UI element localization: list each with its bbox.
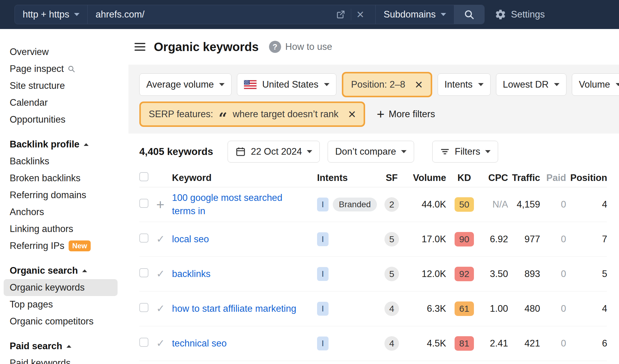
row-checkbox[interactable]: [139, 199, 148, 208]
filter-label: Volume: [579, 79, 610, 90]
toolbar: 4,405 keywords 22 Oct 2024 Don’t compare: [139, 141, 619, 163]
filter-volume[interactable]: Volume: [572, 73, 619, 96]
remove-filter-icon[interactable]: ×: [415, 78, 423, 91]
filter-serp-features-active[interactable]: SERP features: “ where target doesn’t ra…: [139, 101, 365, 127]
filter-intents[interactable]: Intents: [438, 73, 491, 96]
sidebar-section-backlink-profile[interactable]: Backlink profile: [0, 136, 128, 153]
filter-average-volume[interactable]: Average volume: [139, 73, 232, 96]
more-filters-button[interactable]: + More filters: [377, 108, 435, 121]
quote-icon: “: [219, 115, 227, 121]
row-checkbox[interactable]: [139, 338, 148, 347]
sidebar-item-opportunities[interactable]: Opportunities: [4, 111, 118, 128]
column-header-position[interactable]: Position: [566, 172, 607, 183]
sidebar-item-page-inspect[interactable]: Page inspect: [4, 60, 118, 77]
sidebar-item-calendar[interactable]: Calendar: [4, 94, 118, 111]
serp-features-count[interactable]: 4: [384, 301, 399, 316]
kd-badge: 92: [455, 267, 474, 281]
paid-value: 0: [540, 338, 566, 349]
filters-label: Filters: [455, 146, 480, 157]
sidebar-item-referring-ips[interactable]: Referring IPs New: [4, 237, 118, 254]
filter-lowest-dr[interactable]: Lowest DR: [496, 73, 567, 96]
column-header-kd[interactable]: KD: [446, 172, 482, 183]
external-link-icon[interactable]: [332, 10, 349, 19]
column-header-cpc[interactable]: CPC: [482, 172, 508, 183]
sidebar-item-organic-competitors[interactable]: Organic competitors: [4, 313, 118, 330]
remove-filter-icon[interactable]: ×: [348, 108, 356, 121]
check-icon: ✓: [156, 303, 165, 314]
chevron-down-icon: [554, 83, 559, 86]
column-header-traffic[interactable]: Traffic: [508, 172, 540, 183]
column-header-volume[interactable]: Volume: [404, 172, 446, 183]
serp-features-count[interactable]: 4: [384, 336, 399, 351]
filter-label: United States: [262, 79, 318, 90]
column-header-keyword[interactable]: Keyword: [172, 172, 305, 183]
serp-features-count[interactable]: 5: [384, 267, 399, 281]
serp-features-count[interactable]: 2: [384, 197, 399, 212]
url-input[interactable]: ahrefs.com/ ×: [88, 5, 375, 24]
page-title: Organic keywords: [154, 40, 259, 54]
how-to-use-link[interactable]: ? How to use: [269, 41, 332, 53]
sidebar-section-paid-search[interactable]: Paid search: [0, 338, 128, 355]
settings-label: Settings: [511, 9, 545, 20]
kd-badge: 61: [455, 301, 474, 316]
keyword-link[interactable]: backlinks: [172, 267, 214, 281]
divider: [351, 9, 351, 20]
position-value: 6: [566, 338, 607, 349]
sidebar-item-label: Linking authors: [10, 224, 73, 234]
title-row: Organic keywords ? How to use: [128, 29, 619, 65]
sidebar-item-paid-keywords[interactable]: Paid keywords: [4, 355, 118, 364]
row-checkbox[interactable]: [139, 268, 148, 277]
protocol-dropdown[interactable]: http + https: [15, 5, 88, 24]
sidebar-item-backlinks[interactable]: Backlinks: [4, 153, 118, 170]
column-header-intents[interactable]: Intents: [305, 172, 380, 183]
subdomains-dropdown[interactable]: Subdomains: [375, 5, 454, 24]
sidebar-item-linking-authors[interactable]: Linking authors: [4, 221, 118, 237]
clear-icon[interactable]: ×: [353, 8, 368, 21]
column-header-paid[interactable]: Paid: [540, 172, 566, 183]
serp-features-count[interactable]: 5: [384, 232, 399, 246]
sidebar-section-organic-search[interactable]: Organic search: [0, 262, 128, 279]
keywords-table: Keyword Intents SF Volume KD CPC Traffic…: [139, 169, 607, 361]
check-icon: ✓: [156, 269, 165, 279]
settings-button[interactable]: Settings: [495, 9, 545, 20]
keyword-link[interactable]: local seo: [172, 233, 212, 246]
keyword-link[interactable]: 100 google most searched terms in: [172, 191, 305, 218]
sidebar-item-organic-keywords[interactable]: Organic keywords: [4, 279, 118, 296]
row-checkbox[interactable]: [139, 234, 148, 243]
sidebar-item-anchors[interactable]: Anchors: [4, 204, 118, 221]
row-checkbox[interactable]: [139, 303, 148, 312]
search-button[interactable]: [454, 5, 484, 24]
filter-country[interactable]: United States: [237, 73, 336, 96]
intent-badge: I: [317, 337, 329, 350]
section-title: Backlink profile: [10, 139, 79, 150]
sidebar-item-site-structure[interactable]: Site structure: [4, 77, 118, 94]
chevron-down-icon: [441, 13, 446, 16]
menu-icon[interactable]: [134, 41, 145, 53]
compare-dropdown[interactable]: Don’t compare: [328, 141, 414, 163]
filter-label: Position: 2–8: [351, 79, 405, 90]
filter-row-1: Average volume United States Position: 2…: [139, 72, 619, 97]
intent-badge: I: [317, 302, 329, 316]
sidebar-item-referring-domains[interactable]: Referring domains: [4, 187, 118, 204]
date-picker-button[interactable]: 22 Oct 2024: [228, 141, 320, 163]
filters-button[interactable]: Filters: [432, 141, 498, 163]
keyword-link[interactable]: how to start affiliate marketing: [172, 302, 299, 315]
topbar: http + https ahrefs.com/ × Subdomains: [0, 0, 619, 29]
sidebar-item-broken-backlinks[interactable]: Broken backlinks: [4, 170, 118, 187]
sidebar-item-label: Referring IPs: [10, 240, 64, 251]
column-header-sf[interactable]: SF: [380, 172, 404, 183]
sidebar-item-label: Referring domains: [10, 190, 86, 201]
chevron-up-icon: [82, 269, 87, 272]
sidebar-item-label: Opportunities: [10, 114, 65, 125]
select-all-checkbox[interactable]: [139, 172, 148, 181]
filter-position-active[interactable]: Position: 2–8 ×: [342, 72, 432, 97]
table-row: ✓ local seo I 5 17.0K 90 6.92 977 0 7: [139, 222, 607, 257]
url-value: ahrefs.com/: [96, 9, 332, 20]
traffic-value: 893: [508, 269, 540, 279]
sidebar-item-top-pages[interactable]: Top pages: [4, 296, 118, 313]
paid-value: 0: [540, 269, 566, 279]
keyword-link[interactable]: technical seo: [172, 337, 230, 350]
plus-icon[interactable]: +: [156, 198, 164, 211]
kd-badge: 90: [455, 232, 474, 246]
sidebar-item-overview[interactable]: Overview: [4, 43, 118, 60]
